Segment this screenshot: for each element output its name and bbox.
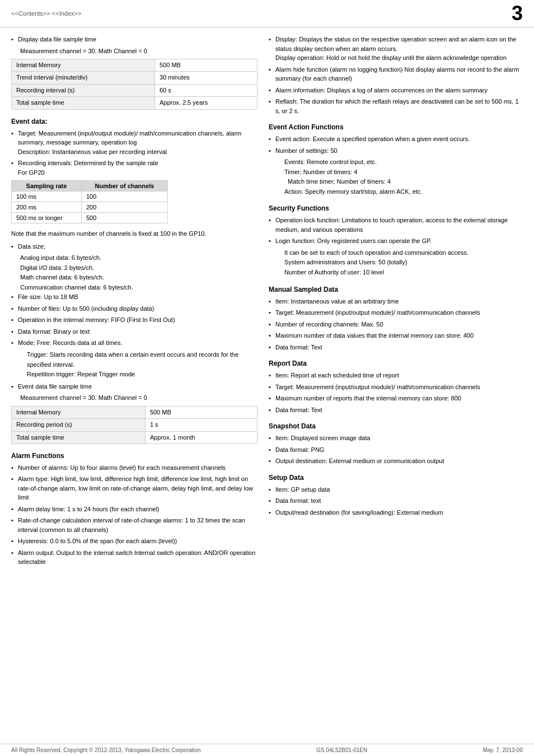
data-size-bullet: Data size; — [11, 242, 257, 251]
fifo-bullet: Operation in the internal memory: FIFO (… — [11, 315, 257, 325]
num-channels: 100 — [81, 192, 167, 202]
table-cell-value: 500 MB — [145, 406, 257, 418]
table-row: Internal Memory 500 MB — [12, 59, 257, 72]
setup-heading: Setup Data — [269, 474, 523, 482]
snapshot-heading: Snapshot Data — [269, 422, 523, 430]
sampling-rate: 100 ms — [12, 192, 82, 202]
page: <<Contents>> <<Index>> 3 Display data fi… — [0, 0, 534, 756]
mode-sub-detail: Trigger: Starts recording data when a ce… — [11, 350, 257, 380]
alarm-roc-bullet: Rate-of-change calculation interval of r… — [11, 516, 257, 534]
event-recording-bullet: Recording intervals: Determined by the s… — [11, 158, 257, 177]
col-header-channels: Number of channels — [81, 181, 167, 192]
footer-copyright: All Rights Reserved. Copyright © 2012-20… — [11, 747, 201, 753]
footer: All Rights Reserved. Copyright © 2012-20… — [0, 744, 534, 756]
event-action-bullet: Event action: Execute a specified operat… — [269, 134, 523, 144]
breadcrumb[interactable]: <<Contents>> <<Index>> — [11, 10, 81, 17]
right-column: Display: Displays the status on the resp… — [269, 35, 523, 737]
event-data-file-sub: Measurement channel = 30. Math Channel =… — [11, 393, 257, 403]
manual-target-bullet: Target: Measurement (input/output module… — [269, 308, 523, 318]
manual-channels-bullet: Number of recording channels: Max. 50 — [269, 320, 523, 329]
left-column: Display data file sample time Measuremen… — [11, 35, 257, 737]
snapshot-item-bullet: Item: Displayed screen image data — [269, 433, 523, 443]
table-row: 500 ms or longer 500 — [12, 213, 168, 223]
security-subs: It can be set to each of touch operation… — [269, 248, 523, 278]
mode-bullet: Mode; Free: Records data at all times. — [11, 338, 257, 348]
alarm-hide-bullet: Alarm hide function (alarm no logging fu… — [269, 65, 523, 83]
report-format-bullet: Data format: Text — [269, 405, 523, 415]
report-item-bullet: Item: Report at each scheduled time of r… — [269, 371, 523, 380]
setup-item-bullet: Item: GP setup data — [269, 485, 523, 494]
security-heading: Security Functions — [269, 204, 523, 212]
file-size-bullet: File size: Up to 18 MB — [11, 292, 257, 302]
setup-format-bullet: Data format: text — [269, 496, 523, 506]
reflash-bullet: Reflash: The duration for which the refl… — [269, 97, 523, 115]
table-cell-value: Approx. 1 month — [145, 431, 257, 444]
manual-sampled-section: Manual Sampled Data Item: Instantaneous … — [269, 286, 523, 352]
table-row-header: Sampling rate Number of channels — [12, 181, 168, 192]
event-data-heading: Event data: — [11, 118, 257, 125]
footer-date: May. 7, 2013-00 — [483, 747, 523, 753]
table-cell-label: Trend interval (minute/div) — [12, 72, 155, 84]
table-cell-value: 1 s — [145, 419, 257, 431]
num-files-bullet: Number of files: Up to 500 (including di… — [11, 304, 257, 314]
table-row: Total sample time Approx. 1 month — [12, 431, 257, 444]
table-cell-label: Recording interval (s) — [12, 84, 155, 96]
table-cell-label: Internal Memory — [12, 406, 146, 418]
table-row: Recording period (s) 1 s — [12, 419, 257, 431]
num-channels: 500 — [81, 213, 167, 223]
table-cell-label: Recording period (s) — [12, 419, 146, 431]
table-row: Total sample time Approx. 2.5 years — [12, 97, 257, 109]
manual-format-bullet: Data format: Text — [269, 343, 523, 352]
table-cell-value: Approx. 2.5 years — [154, 97, 257, 109]
table-row: 100 ms 100 — [12, 192, 168, 202]
table-cell-label: Total sample time — [12, 97, 155, 109]
login-bullet: Login function: Only registered users ca… — [269, 236, 523, 246]
event-action-subs: Events: Remote control input, etc. Timer… — [269, 157, 523, 197]
alarm-output-bullet: Alarm output: Output to the internal swi… — [11, 548, 257, 567]
alarm-functions-section: Alarm Functions Number of alarms: Up to … — [11, 452, 257, 567]
table-cell-label: Internal Memory — [12, 59, 155, 72]
footer-doc-id: GS 04L52B01-01EN — [316, 747, 367, 753]
event-target-sub: Description: Instantaneous value per rec… — [18, 147, 257, 157]
table-cell-value: 500 MB — [154, 59, 257, 72]
setup-data-section: Setup Data Item: GP setup data Data form… — [269, 474, 523, 517]
alarm-number-bullet: Number of alarms: Up to four alarms (lev… — [11, 463, 257, 473]
alarm-delay-bullet: Alarm delay time: 1 s to 24 hours (for e… — [11, 505, 257, 514]
event-action-heading: Event Action Functions — [269, 123, 523, 131]
data-size-detail: Analog input data: 6 bytes/ch. Digital I… — [11, 253, 257, 292]
event-settings-bullet: Number of settings: 50 — [269, 146, 523, 156]
op-lock-bullet: Operation lock function: Limitations to … — [269, 216, 523, 234]
num-channels: 200 — [81, 202, 167, 213]
event-recording-sub: For GP20 — [18, 168, 257, 178]
table-cell-value: 30 minutes — [154, 72, 257, 84]
snapshot-output-bullet: Output destination: External medium or c… — [269, 456, 523, 466]
table1: Internal Memory 500 MB Trend interval (m… — [11, 59, 257, 110]
snapshot-section: Snapshot Data Item: Displayed screen ima… — [269, 422, 523, 466]
display-status-bullet: Display: Displays the status on the resp… — [269, 35, 523, 63]
table-cell-label: Total sample time — [12, 431, 146, 444]
content-area: Display data file sample time Measuremen… — [0, 28, 534, 744]
display-data-bullet: Display data file sample time — [11, 35, 257, 44]
manual-item-bullet: Item: Instantaneous value at an arbitrar… — [269, 297, 523, 306]
report-max-bullet: Maximum number of reports that the inter… — [269, 394, 523, 403]
report-heading: Report Data — [269, 360, 523, 367]
top-bar: <<Contents>> <<Index>> 3 — [0, 0, 534, 28]
col-header-sampling: Sampling rate — [12, 181, 82, 192]
event-data-file-bullet: Event data file sample time — [11, 382, 257, 391]
display-data-section: Display data file sample time Measuremen… — [11, 35, 257, 110]
sampling-rate: 500 ms or longer — [12, 213, 82, 223]
page-number: 3 — [512, 3, 523, 24]
alarm-type-bullet: Alarm type: High limit, low limit, diffe… — [11, 474, 257, 502]
nav-links[interactable]: <<Contents>> <<Index>> — [11, 10, 81, 17]
table-row: Trend interval (minute/div) 30 minutes — [12, 72, 257, 84]
note-text: Note that the maximum number of channels… — [11, 229, 257, 239]
security-section: Security Functions Operation lock functi… — [269, 204, 523, 277]
table-row: Internal Memory 500 MB — [12, 406, 257, 418]
alarm-heading: Alarm Functions — [11, 452, 257, 460]
event-data-section: Event data: Target: Measurement (input/o… — [11, 118, 257, 444]
report-target-bullet: Target: Measurement (input/output module… — [269, 382, 523, 392]
table2: Internal Memory 500 MB Recording period … — [11, 406, 257, 444]
display-data-sub: Measurement channel = 30. Math Channel =… — [11, 46, 257, 56]
event-target-bullet: Target: Measurement (input/output module… — [11, 129, 257, 157]
sampling-table: Sampling rate Number of channels 100 ms … — [11, 180, 168, 223]
